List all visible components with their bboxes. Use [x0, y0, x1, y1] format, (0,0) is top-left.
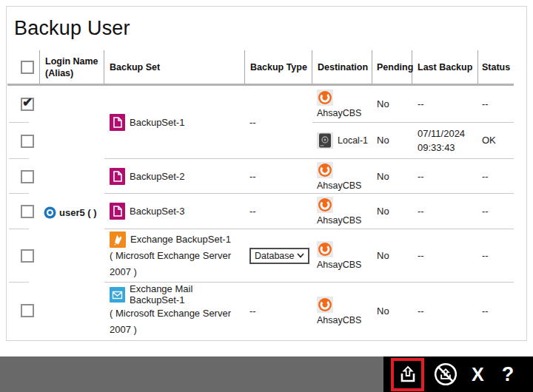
- login-name: user5 ( ): [59, 207, 97, 218]
- row-checkbox[interactable]: [21, 205, 34, 218]
- header-login-name: Login Name (Alias): [40, 50, 104, 84]
- backup-set-cell: Exchange BackupSet-1 ( Microsoft Exchang…: [104, 229, 245, 282]
- backup-set-cell: BackupSet-3: [104, 194, 245, 229]
- backupset-file-icon: [110, 114, 125, 131]
- backup-type-cell: --: [245, 86, 312, 158]
- destination-row: AhsayCBS No -- --: [312, 194, 514, 229]
- cancel-backup-button[interactable]: [433, 362, 458, 387]
- select-all-checkbox[interactable]: [21, 61, 34, 74]
- pending-cell: No: [372, 159, 412, 193]
- last-backup-time: 09:33:43: [418, 141, 478, 155]
- status-cell: --: [478, 86, 514, 122]
- backup-button[interactable]: [391, 358, 424, 391]
- destination-cell: AhsayCBS: [312, 86, 372, 122]
- destination-row: AhsayCBS No -- --: [312, 283, 514, 339]
- ahsaycbs-icon: [317, 162, 333, 178]
- destination-cell: AhsayCBS: [312, 229, 372, 282]
- status-cell: --: [478, 283, 514, 339]
- backup-set-subtitle: 2007 ): [110, 322, 245, 338]
- header-backup-set: Backup Set: [104, 50, 245, 84]
- backup-set-cell: BackupSet-1: [104, 86, 245, 158]
- last-backup-cell: --: [412, 194, 478, 229]
- header-status: Status: [478, 50, 514, 84]
- chevron-down-icon: [297, 253, 304, 258]
- destination-rows: AhsayCBS No -- --: [312, 159, 514, 193]
- destination-rows: AhsayCBS No -- --: [312, 283, 514, 339]
- backup-type-selected: Database: [255, 251, 295, 261]
- ahsaycbs-icon: [317, 89, 333, 106]
- status-cell: OK: [478, 123, 514, 159]
- backup-type-select[interactable]: Database: [249, 248, 309, 264]
- row-checkbox[interactable]: [21, 249, 34, 263]
- page-title: Backup User: [14, 17, 130, 40]
- backup-set-subtitle: ( Microsoft Exchange Server: [110, 305, 245, 322]
- last-backup-cell: 07/11/2024 09:33:43: [412, 123, 478, 159]
- status-cell: --: [478, 229, 514, 282]
- backup-user-table: Login Name (Alias) Backup Set Backup Typ…: [7, 50, 514, 339]
- destination-name: AhsayCBS: [317, 108, 361, 118]
- destination-rows: AhsayCBS No -- --: [312, 229, 514, 282]
- backup-type-cell: Database: [245, 229, 312, 282]
- status-cell: --: [478, 194, 514, 229]
- help-button[interactable]: ?: [484, 363, 514, 386]
- backup-set-groups: BackupSet-1 -- AhsayCBS No -- --: [104, 86, 514, 339]
- cancel-backup-icon: [433, 362, 458, 387]
- row-checkbox[interactable]: [21, 170, 34, 183]
- table-body: user5 ( ) BackupSet-1 --: [7, 86, 514, 339]
- backup-type-cell: --: [245, 159, 312, 193]
- backup-set-subtitle: ( Microsoft Exchange Server: [110, 248, 245, 264]
- pending-cell: No: [372, 123, 412, 159]
- pending-cell: No: [372, 283, 412, 339]
- row-checkbox-cell: [7, 159, 40, 194]
- close-icon: X: [472, 364, 484, 385]
- row-checkbox-cell: [7, 283, 40, 339]
- row-checkbox-cell: [7, 229, 40, 283]
- backupset-file-icon: [110, 203, 125, 220]
- header-destination: Destination: [312, 50, 372, 84]
- last-backup-date: 07/11/2024: [418, 126, 478, 141]
- mail-icon: [110, 287, 125, 303]
- destination-name: Local-1: [338, 135, 368, 146]
- last-backup-value: --: [418, 169, 478, 183]
- table-header-row: Login Name (Alias) Backup Set Backup Typ…: [7, 50, 514, 86]
- header-login-line2: (Alias): [45, 68, 73, 78]
- backup-set-row: Exchange Mail BackupSet-1 ( Microsoft Ex…: [104, 283, 514, 339]
- header-login-line1: Login Name: [45, 56, 98, 67]
- header-last-backup: Last Backup: [412, 50, 478, 84]
- header-pending: Pending: [372, 50, 412, 84]
- header-backup-type: Backup Type: [245, 50, 312, 84]
- last-backup-value: --: [418, 304, 478, 318]
- ahsaycbs-icon: [317, 297, 333, 313]
- destination-name: AhsayCBS: [317, 315, 361, 325]
- row-checkbox-cell: [7, 123, 40, 159]
- last-backup-cell: --: [412, 229, 478, 282]
- backup-set-row: Exchange BackupSet-1 ( Microsoft Exchang…: [104, 229, 514, 283]
- row-checkbox[interactable]: [21, 304, 34, 317]
- pending-cell: No: [372, 229, 412, 282]
- row-checkbox[interactable]: [21, 135, 34, 148]
- checkbox-column: [7, 86, 40, 339]
- row-checkbox[interactable]: [21, 98, 34, 111]
- login-name-cell: user5 ( ): [40, 86, 104, 339]
- destination-name: AhsayCBS: [317, 180, 361, 191]
- row-checkbox-cell: [7, 194, 40, 229]
- ahsaycbs-icon: [317, 241, 333, 257]
- backup-set-name: BackupSet-1: [130, 117, 184, 128]
- destination-cell: Local-1: [312, 123, 372, 159]
- local-drive-icon: [317, 132, 333, 149]
- last-backup-cell: --: [412, 159, 478, 193]
- select-all-cell: [7, 50, 40, 84]
- destination-cell: AhsayCBS: [312, 159, 372, 193]
- close-button[interactable]: X: [458, 364, 484, 385]
- destination-row: AhsayCBS No -- --: [312, 229, 514, 282]
- destination-cell: AhsayCBS: [312, 283, 372, 339]
- backup-set-row: BackupSet-1 -- AhsayCBS No -- --: [104, 86, 514, 159]
- backup-set-name: BackupSet-2: [130, 171, 184, 182]
- backup-type-cell: --: [245, 194, 312, 229]
- backupset-file-icon: [110, 168, 125, 185]
- backup-set-name: Exchange BackupSet-1: [130, 234, 231, 245]
- ahsaycbs-icon: [317, 197, 333, 213]
- backup-set-subtitle: 2007 ): [110, 264, 245, 280]
- backup-set-cell: Exchange Mail BackupSet-1 ( Microsoft Ex…: [104, 283, 245, 339]
- backup-set-row: BackupSet-3 -- AhsayCBS No -- --: [104, 194, 514, 229]
